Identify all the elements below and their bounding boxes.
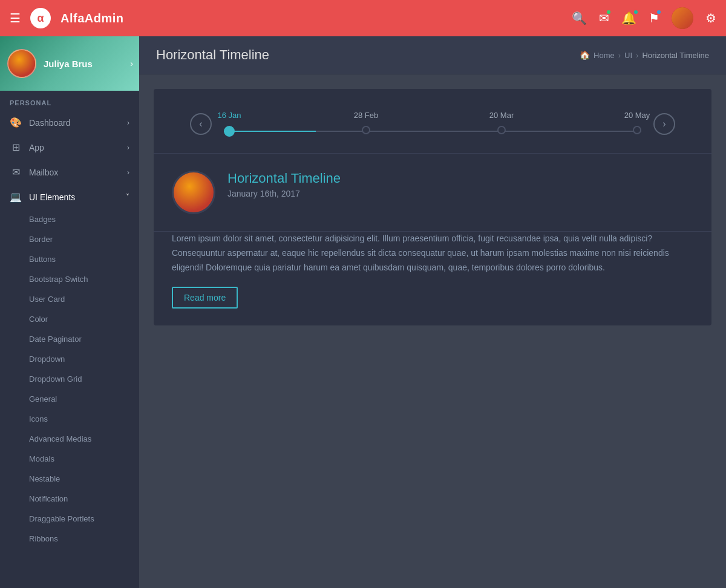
subnav-draggable-portlets[interactable]: Draggable Portlets (0, 509, 139, 529)
settings-icon[interactable]: ⚙ (705, 11, 716, 25)
sidebar-item-label: Mailbox (29, 168, 58, 177)
page-header: Horizontal Timeline 🏠 Home › UI › Horizo… (139, 36, 726, 74)
event-detail: Horizontal Timeline January 16th, 2017 (154, 154, 711, 231)
app-arrow: › (127, 143, 129, 152)
timeline-label-3: 20 May (624, 111, 650, 120)
topnav-right: 🔍 ✉ 🔔 ⚑ ⚙ (572, 7, 716, 29)
timeline-dot-1 (362, 126, 370, 134)
flag-icon-wrap[interactable]: ⚑ (649, 11, 659, 25)
breadcrumb-home[interactable]: Home (594, 51, 615, 60)
timeline-track: ‹ 16 Jan 28 Feb (154, 89, 711, 153)
app-icon: ⊞ (10, 142, 22, 153)
ui-elements-icon: 💻 (10, 191, 22, 203)
user-expand-arrow: › (130, 59, 133, 68)
section-label: PERSONAL (0, 91, 139, 110)
page-title: Horizontal Timeline (156, 47, 269, 63)
dashboard-icon: 🎨 (10, 117, 22, 128)
sidebar-item-label: UI Elements (29, 192, 75, 202)
timeline-label-1: 28 Feb (354, 111, 378, 120)
breadcrumb: 🏠 Home › UI › Horizontal Timeline (580, 50, 709, 60)
flag-badge (656, 9, 662, 15)
breadcrumb-current: Horizontal Timeline (642, 51, 709, 60)
timeline-dot-2 (497, 126, 506, 134)
sidebar: Juliya Brus › PERSONAL 🎨 Dashboard › ⊞ A… (0, 36, 139, 588)
sidebar-avatar (7, 49, 36, 78)
hamburger-button[interactable]: ☰ (10, 11, 21, 25)
topnav: ☰ α AlfaAdmin 🔍 ✉ 🔔 ⚑ ⚙ (0, 0, 726, 36)
avatar-image (672, 7, 693, 29)
sidebar-item-app[interactable]: ⊞ App › (0, 135, 139, 160)
subnav-icons[interactable]: Icons (0, 409, 139, 429)
sidebar-item-dashboard[interactable]: 🎨 Dashboard › (0, 110, 139, 135)
timeline-point-2[interactable]: 20 Mar (497, 126, 506, 137)
prev-arrow-icon: ‹ (199, 119, 202, 129)
event-title: Horizontal Timeline (227, 171, 341, 186)
subnav-border[interactable]: Border (0, 229, 139, 249)
breadcrumb-sep1: › (618, 51, 621, 60)
subnav-badges[interactable]: Badges (0, 209, 139, 229)
logo-text: AlfaAdmin (60, 11, 124, 25)
next-arrow-icon: › (662, 119, 666, 129)
mail-icon-wrap[interactable]: ✉ (599, 11, 609, 25)
dashboard-arrow: › (127, 119, 129, 127)
timeline-card: ‹ 16 Jan 28 Feb (154, 89, 711, 325)
bell-badge (633, 9, 639, 15)
sidebar-avatar-image (8, 50, 35, 77)
breadcrumb-section[interactable]: UI (624, 51, 632, 60)
timeline-dot-0 (224, 126, 235, 137)
timeline-label-2: 20 Mar (489, 111, 514, 120)
user-avatar-nav[interactable] (672, 7, 693, 29)
search-icon-wrap[interactable]: 🔍 (572, 11, 587, 25)
event-date: January 16th, 2017 (227, 189, 341, 198)
timeline-points: 16 Jan 28 Feb 20 Mar (224, 126, 641, 137)
logo-icon: α (30, 8, 51, 28)
sidebar-item-mailbox[interactable]: ✉ Mailbox › (0, 160, 139, 185)
sidebar-item-label: Dashboard (29, 118, 71, 128)
read-more-button[interactable]: Read more (172, 287, 238, 309)
subnav-notification[interactable]: Notification (0, 489, 139, 509)
timeline-point-1[interactable]: 28 Feb (362, 126, 370, 137)
subnav-user-card[interactable]: User Card (0, 289, 139, 309)
search-icon: 🔍 (572, 11, 587, 25)
event-body-text: Lorem ipsum dolor sit amet, consectetur … (172, 232, 693, 275)
timeline-dot-3 (633, 126, 641, 134)
subnav-ribbons[interactable]: Ribbons (0, 529, 139, 549)
timeline-next-button[interactable]: › (653, 113, 675, 135)
mailbox-arrow: › (127, 168, 129, 177)
event-info: Horizontal Timeline January 16th, 2017 (227, 171, 341, 198)
subnav-general[interactable]: General (0, 389, 139, 409)
sidebar-item-ui-elements[interactable]: 💻 UI Elements ˅ (0, 185, 139, 209)
bell-icon-wrap[interactable]: 🔔 (621, 11, 636, 25)
timeline-prev-button[interactable]: ‹ (190, 113, 212, 135)
main-content: Horizontal Timeline 🏠 Home › UI › Horizo… (139, 36, 726, 588)
logo-letter: α (37, 12, 44, 25)
subnav-buttons[interactable]: Buttons (0, 249, 139, 269)
subnav-dropdown-grid[interactable]: Dropdown Grid (0, 369, 139, 389)
event-avatar (172, 171, 215, 214)
mailbox-icon: ✉ (10, 166, 22, 178)
event-body: Lorem ipsum dolor sit amet, consectetur … (154, 232, 711, 325)
home-icon: 🏠 (580, 50, 590, 60)
subnav-dropdown[interactable]: Dropdown (0, 349, 139, 369)
layout: Juliya Brus › PERSONAL 🎨 Dashboard › ⊞ A… (0, 36, 726, 588)
subnav-date-paginator[interactable]: Date Paginator (0, 329, 139, 349)
subnav-color[interactable]: Color (0, 309, 139, 329)
timeline-label-0: 16 Jan (217, 111, 241, 120)
content-area: ‹ 16 Jan 28 Feb (139, 74, 726, 340)
subnav-bootstrap-switch[interactable]: Bootstrap Switch (0, 269, 139, 289)
topnav-left: ☰ α AlfaAdmin (10, 8, 124, 28)
timeline-point-3[interactable]: 20 May (633, 126, 641, 137)
sidebar-item-label: App (29, 143, 44, 152)
ui-elements-arrow: ˅ (126, 193, 129, 201)
user-banner[interactable]: Juliya Brus › (0, 36, 139, 91)
timeline-point-0[interactable]: 16 Jan (224, 126, 235, 137)
timeline-track-bar: 16 Jan 28 Feb 20 Mar (224, 130, 641, 132)
subnav-nestable[interactable]: Nestable (0, 469, 139, 489)
mail-badge (606, 9, 612, 15)
subnav-advanced-medias[interactable]: Advanced Medias (0, 429, 139, 449)
sidebar-username: Juliya Brus (44, 59, 93, 69)
breadcrumb-sep2: › (636, 51, 638, 60)
subnav-modals[interactable]: Modals (0, 449, 139, 469)
